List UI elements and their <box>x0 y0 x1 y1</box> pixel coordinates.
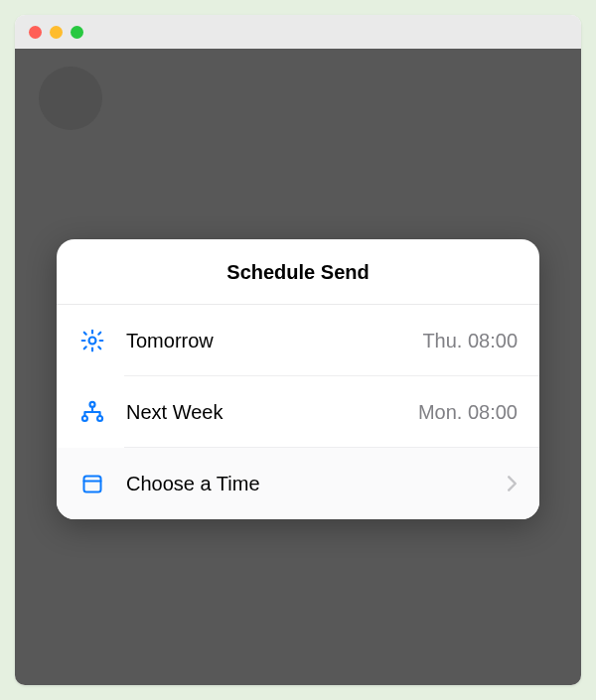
option-time: Mon. 08:00 <box>418 401 518 424</box>
titlebar <box>15 15 581 49</box>
svg-rect-12 <box>84 477 101 492</box>
option-time: Thu. 08:00 <box>422 330 518 352</box>
sheet-header: Schedule Send <box>57 239 539 305</box>
schedule-send-sheet: Schedule Send Tomorr <box>57 239 539 519</box>
option-label: Choose a Time <box>126 473 499 495</box>
chevron-right-icon <box>507 475 518 492</box>
app-window: Schedule Send Tomorr <box>15 15 581 685</box>
option-tomorrow[interactable]: Tomorrow Thu. 08:00 <box>57 305 539 376</box>
sitemap-icon <box>78 398 106 426</box>
maximize-icon[interactable] <box>71 26 83 39</box>
svg-line-4 <box>98 347 100 349</box>
option-label: Tomorrow <box>126 330 422 352</box>
app-body: Schedule Send Tomorr <box>15 49 581 685</box>
avatar <box>39 67 102 130</box>
calendar-icon <box>78 470 106 497</box>
option-choose-time[interactable]: Choose a Time <box>57 448 539 519</box>
close-icon[interactable] <box>29 26 42 39</box>
svg-line-3 <box>84 333 86 335</box>
sun-icon <box>78 327 106 354</box>
sheet-title: Schedule Send <box>57 261 539 284</box>
option-label: Next Week <box>126 401 418 424</box>
option-next-week[interactable]: Next Week Mon. 08:00 <box>57 376 539 448</box>
svg-line-8 <box>98 333 100 335</box>
svg-point-0 <box>89 338 96 345</box>
svg-line-7 <box>84 347 86 349</box>
minimize-icon[interactable] <box>50 26 63 39</box>
